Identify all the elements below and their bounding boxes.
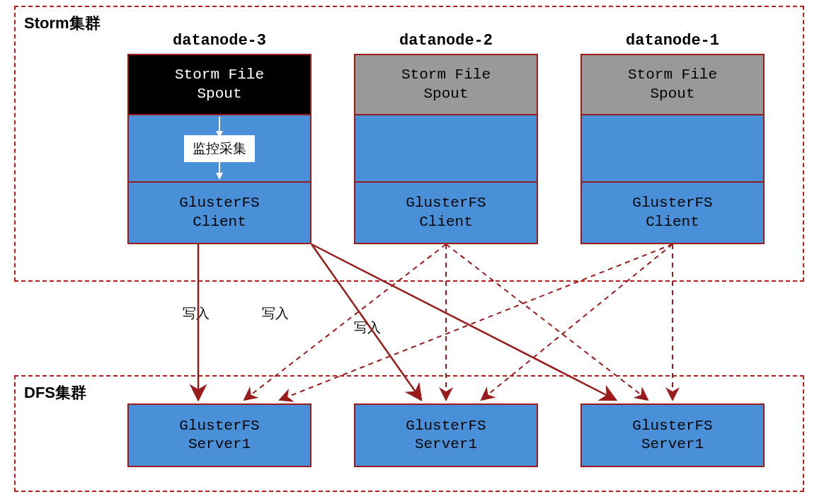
datanode-1-group: datanode-1 Storm File Spout GlusterFS Cl… bbox=[580, 32, 765, 244]
datanode-1-title: datanode-1 bbox=[580, 32, 765, 50]
datanode-1-spout: Storm File Spout bbox=[582, 55, 763, 115]
datanode-3-title: datanode-3 bbox=[127, 32, 311, 50]
datanode-2-group: datanode-2 Storm File Spout GlusterFS Cl… bbox=[354, 32, 538, 244]
datanode-2-spout: Storm File Spout bbox=[355, 55, 537, 115]
datanode-3-spout: Storm File Spout bbox=[129, 55, 310, 115]
datanode-3-client: GlusterFS Client bbox=[129, 183, 310, 243]
datanode-2-client: GlusterFS Client bbox=[355, 183, 537, 243]
datanode-1-mid bbox=[582, 115, 763, 183]
glusterfs-server-1: GlusterFS Server1 bbox=[127, 403, 311, 467]
datanode-3-box: Storm File Spout 监控采集 GlusterFS Client bbox=[127, 54, 311, 244]
write-label-1: 写入 bbox=[183, 304, 210, 323]
datanode-1-box: Storm File Spout GlusterFS Client bbox=[580, 54, 765, 244]
glusterfs-server-3: GlusterFS Server1 bbox=[580, 403, 765, 467]
datanode-1-client: GlusterFS Client bbox=[582, 183, 763, 243]
datanode-2-title: datanode-2 bbox=[354, 32, 538, 50]
storm-cluster-label: Storm集群 bbox=[24, 13, 101, 34]
datanode-3-group: datanode-3 Storm File Spout 监控采集 Gluster… bbox=[127, 32, 311, 244]
monitor-collect-label: 监控采集 bbox=[184, 135, 255, 162]
datanode-2-box: Storm File Spout GlusterFS Client bbox=[354, 54, 538, 244]
dfs-cluster-label: DFS集群 bbox=[24, 382, 86, 403]
svg-marker-1 bbox=[216, 131, 223, 138]
write-label-2: 写入 bbox=[262, 304, 289, 323]
write-label-3: 写入 bbox=[354, 319, 381, 337]
glusterfs-server-2: GlusterFS Server1 bbox=[354, 403, 538, 467]
svg-marker-3 bbox=[216, 173, 223, 180]
datanode-2-mid bbox=[355, 115, 537, 183]
datanode-3-mid: 监控采集 bbox=[129, 115, 310, 183]
